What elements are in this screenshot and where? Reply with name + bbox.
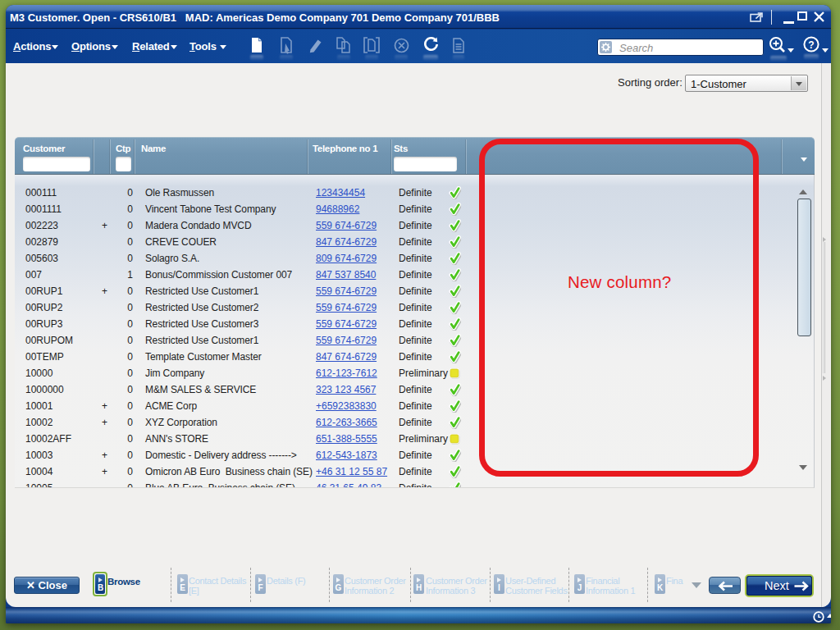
svg-text:?: ? — [808, 39, 814, 51]
